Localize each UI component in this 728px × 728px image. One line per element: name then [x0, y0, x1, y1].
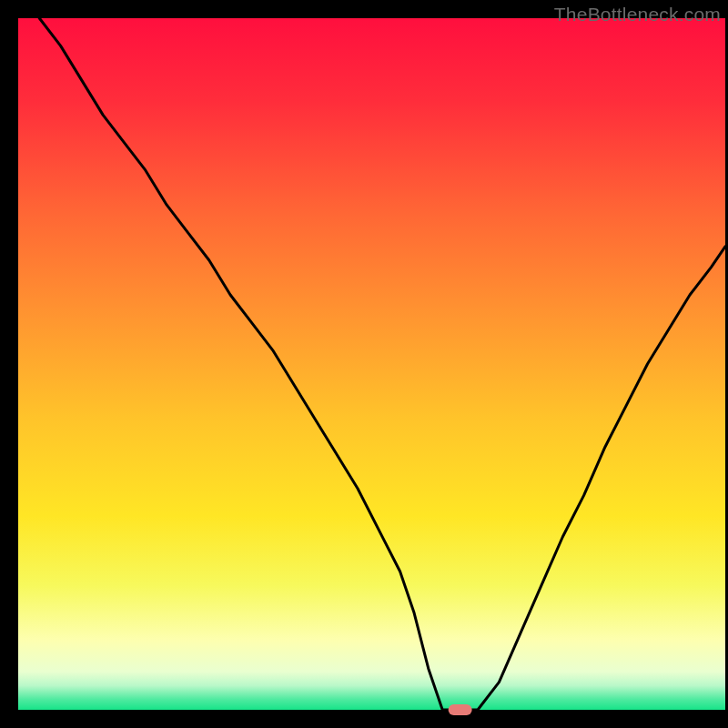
svg-rect-1: [18, 18, 725, 710]
svg-rect-2: [449, 704, 472, 715]
chart-svg: [0, 0, 728, 728]
attribution-watermark: TheBottleneck.com: [554, 4, 721, 25]
bottleneck-chart: TheBottleneck.com: [0, 0, 728, 728]
